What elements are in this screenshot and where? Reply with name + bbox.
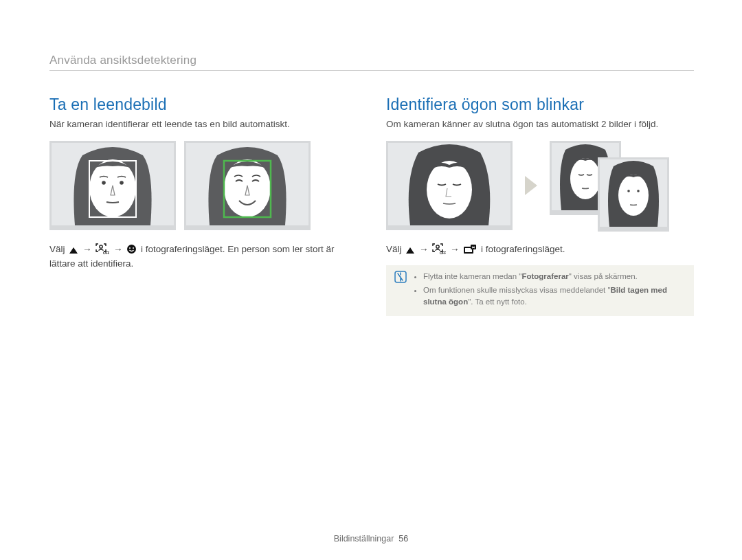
arrow-right-icon <box>525 176 537 195</box>
note-item-2: Om funktionen skulle misslyckas visas me… <box>423 284 686 307</box>
blink-detect-icon <box>463 245 477 254</box>
note-box: Flytta inte kameran medan "Fotograferar"… <box>386 265 694 316</box>
note2c: ". Ta ett nytt foto. <box>468 298 527 306</box>
left-select-mid: i fotograferingsläget. En person som ler… <box>49 244 334 269</box>
right-title: Identifiera ögon som blinkar <box>386 96 694 114</box>
right-select-mid: i fotograferingsläget. <box>481 244 565 254</box>
face-detect-off-icon: OFF <box>95 243 109 254</box>
face-detect-off-icon: OFF <box>432 243 446 254</box>
up-triangle-icon <box>69 246 78 254</box>
left-title: Ta en leendebild <box>49 96 359 114</box>
breadcrumb: Använda ansiktsdetektering <box>49 54 694 71</box>
arrow-text-4: → <box>450 244 460 254</box>
arrow-text: → <box>82 244 92 254</box>
content-columns: Ta en leendebild När kameran identifiera… <box>49 96 694 316</box>
svg-point-19 <box>618 175 649 216</box>
svg-point-17 <box>570 158 600 199</box>
svg-point-9 <box>100 245 102 248</box>
note1c: " visas på skärmen. <box>569 272 638 280</box>
footer-page-number: 56 <box>398 534 408 544</box>
svg-text:OFF: OFF <box>440 251 446 254</box>
svg-point-15 <box>427 161 472 219</box>
svg-point-20 <box>627 190 630 192</box>
right-select-prefix: Välj <box>386 244 404 254</box>
blink-images <box>386 141 694 230</box>
note-info-icon <box>394 271 407 311</box>
smile-photo-smiling <box>184 141 311 230</box>
left-intro: När kameran identifierar ett leende tas … <box>49 118 359 131</box>
svg-point-23 <box>436 245 439 248</box>
up-triangle-icon <box>405 246 415 254</box>
svg-point-11 <box>127 245 136 254</box>
left-column: Ta en leendebild När kameran identifiera… <box>49 96 359 316</box>
arrow-text-3: → <box>419 244 429 254</box>
svg-point-12 <box>129 247 131 249</box>
right-select-line: Välj → OFF → i fotograferingsläget. <box>386 243 694 257</box>
svg-marker-22 <box>406 247 414 254</box>
left-select-line: Välj → OFF → i fotograferingsläget. En p… <box>49 243 359 271</box>
note-item-1: Flytta inte kameran medan "Fotograferar"… <box>423 271 686 282</box>
left-select-prefix: Välj <box>49 244 67 254</box>
svg-marker-8 <box>69 247 78 254</box>
svg-point-6 <box>224 159 271 217</box>
svg-point-1 <box>89 159 136 217</box>
svg-text:OFF: OFF <box>103 251 109 254</box>
svg-point-2 <box>102 181 106 185</box>
svg-point-3 <box>120 181 124 185</box>
note1a: Flytta inte kameran medan " <box>423 272 521 280</box>
svg-point-13 <box>133 247 134 249</box>
right-intro: Om kameran känner av slutna ögon tas aut… <box>386 118 694 131</box>
arrow-text-2: → <box>113 244 123 254</box>
smile-photo-neutral <box>49 141 176 230</box>
page-footer: Bildinställningar 56 <box>0 534 742 544</box>
svg-point-21 <box>637 190 640 192</box>
note2a: Om funktionen skulle misslyckas visas me… <box>423 286 611 294</box>
footer-section: Bildinställningar <box>334 534 394 544</box>
blink-photo-stack <box>550 141 673 230</box>
smile-images <box>49 141 359 230</box>
blink-photo-closed <box>386 141 513 230</box>
note1b: Fotograferar <box>521 272 568 280</box>
right-column: Identifiera ögon som blinkar Om kameran … <box>386 96 694 316</box>
smile-face-icon <box>126 244 137 254</box>
